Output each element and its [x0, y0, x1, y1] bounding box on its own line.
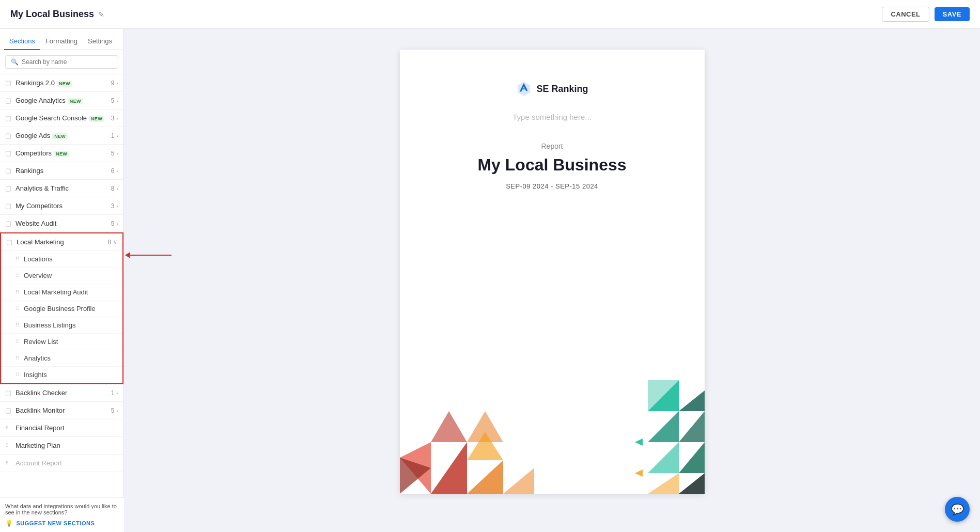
drag-handle-icon[interactable]: ⠿: [15, 372, 20, 378]
chevron-right-icon: ›: [116, 150, 118, 157]
drag-handle-icon[interactable]: ⠿: [15, 256, 20, 262]
drag-handle-icon[interactable]: ⠿: [15, 306, 20, 311]
local-marketing-group: ▢ Local Marketing 8 ∨ ⠿ Locations ⠿ Over…: [0, 232, 123, 384]
content-area: SE Ranking Type something here... Report…: [124, 29, 980, 532]
folder-icon: ▢: [5, 114, 11, 122]
sub-item-overview[interactable]: ⠿ Overview: [1, 268, 122, 284]
report-top: SE Ranking Type something here... Report…: [400, 50, 705, 211]
item-count: 8: [107, 239, 111, 246]
sub-item-local-marketing-audit[interactable]: ⠿ Local Marketing Audit: [1, 284, 122, 301]
sub-item-label: Business Listings: [24, 321, 75, 329]
sidebar-bottom: What data and integrations would you lik…: [0, 497, 124, 532]
cancel-button[interactable]: CANCEL: [882, 7, 929, 22]
item-count: 5: [111, 220, 115, 227]
drag-handle-icon[interactable]: ⠿: [15, 355, 20, 361]
item-label: Backlink Monitor: [15, 406, 111, 414]
item-label: Backlink Checker: [15, 389, 111, 397]
sub-item-google-business-profile[interactable]: ⠿ Google Business Profile: [1, 301, 122, 317]
drag-handle-icon[interactable]: ⠿: [15, 322, 20, 328]
report-label: Report: [541, 142, 563, 150]
svg-marker-5: [431, 411, 467, 442]
chevron-right-icon: ›: [116, 133, 118, 139]
edit-icon[interactable]: ✎: [98, 10, 104, 19]
svg-marker-16: [648, 473, 679, 494]
sidebar-item-analytics-traffic[interactable]: ▢ Analytics & Traffic 8 ›: [0, 180, 123, 197]
sidebar-item-search-console[interactable]: ▢ Google Search ConsoleNEW 3 ›: [0, 109, 123, 127]
seranking-logo-icon: [516, 81, 532, 97]
lightbulb-icon: 💡: [5, 520, 13, 527]
logo-text: SE Ranking: [536, 84, 588, 95]
main-layout: Sections Formatting Settings 🔍 ▢ Ranking…: [0, 29, 980, 532]
item-count: 9: [111, 80, 115, 87]
sub-item-business-listings[interactable]: ⠿ Business Listings: [1, 317, 122, 334]
sidebar-item-backlink-monitor[interactable]: ▢ Backlink Monitor 5 ›: [0, 402, 123, 419]
drag-handle-icon[interactable]: ⠿: [5, 460, 9, 466]
local-marketing-sub-items: ⠿ Locations ⠿ Overview ⠿ Local Marketing…: [1, 251, 122, 383]
sub-item-analytics[interactable]: ⠿ Analytics: [1, 350, 122, 367]
svg-marker-11: [679, 390, 705, 411]
item-count: 3: [111, 115, 115, 122]
drag-handle-icon[interactable]: ⠿: [15, 339, 20, 345]
svg-marker-13: [679, 411, 705, 442]
new-badge: NEW: [52, 133, 68, 139]
sidebar-item-competitors[interactable]: ▢ CompetitorsNEW 5 ›: [0, 145, 123, 162]
drag-handle-icon[interactable]: ⠿: [5, 443, 9, 448]
header: My Local Business ✎ CANCEL SAVE: [0, 0, 980, 29]
folder-icon: ▢: [5, 79, 11, 87]
annotation-arrow: [125, 252, 172, 258]
sidebar-tabs: Sections Formatting Settings: [0, 29, 123, 50]
report-page: SE Ranking Type something here... Report…: [400, 50, 705, 494]
sidebar-item-financial-report[interactable]: ⠿ Financial Report: [0, 419, 123, 437]
suggest-text: What data and integrations would you lik…: [5, 503, 119, 515]
save-button[interactable]: SAVE: [935, 7, 970, 21]
suggest-new-sections-button[interactable]: 💡 SUGGEST NEW SECTIONS: [5, 520, 95, 527]
item-label: Local Marketing: [17, 238, 107, 246]
chevron-right-icon: ›: [116, 185, 118, 192]
tab-formatting[interactable]: Formatting: [40, 33, 83, 50]
chat-icon: 💬: [951, 503, 964, 515]
sidebar-item-google-analytics[interactable]: ▢ Google AnalyticsNEW 5 ›: [0, 92, 123, 109]
item-label: Marketing Plan: [15, 442, 118, 449]
folder-icon: ▢: [5, 202, 11, 210]
sub-item-review-list[interactable]: ⠿ Review List: [1, 334, 122, 350]
sidebar-item-local-marketing[interactable]: ▢ Local Marketing 8 ∨: [1, 233, 122, 251]
sidebar-item-rankings2[interactable]: ▢ Rankings 2.0NEW 9 ›: [0, 74, 123, 92]
item-label: Website Audit: [15, 220, 111, 227]
item-label: CompetitorsNEW: [15, 149, 111, 157]
drag-handle-icon[interactable]: ⠿: [15, 273, 20, 278]
drag-handle-icon[interactable]: ⠿: [5, 425, 9, 431]
chevron-right-icon: ›: [116, 168, 118, 174]
sidebar-item-rankings[interactable]: ▢ Rankings 6 ›: [0, 162, 123, 180]
sub-item-label: Insights: [24, 371, 47, 379]
sub-item-label: Overview: [24, 272, 52, 279]
new-badge: NEW: [68, 98, 83, 104]
sub-item-label: Google Business Profile: [24, 305, 96, 312]
chat-button[interactable]: 💬: [945, 497, 970, 522]
sub-item-locations[interactable]: ⠿ Locations: [1, 251, 122, 268]
sidebar-item-my-competitors[interactable]: ▢ My Competitors 3 ›: [0, 197, 123, 215]
sidebar-item-website-audit[interactable]: ▢ Website Audit 5 ›: [0, 215, 123, 232]
sidebar-item-marketing-plan[interactable]: ⠿ Marketing Plan: [0, 437, 123, 455]
sidebar-item-account-report[interactable]: ⠿ Account Report: [0, 455, 123, 472]
search-input[interactable]: [22, 58, 113, 66]
report-title: My Local Business: [477, 155, 626, 175]
report-placeholder[interactable]: Type something here...: [512, 113, 592, 121]
sub-item-insights[interactable]: ⠿ Insights: [1, 367, 122, 383]
item-label: Google AdsNEW: [15, 132, 111, 139]
svg-marker-9: [503, 468, 534, 494]
sidebar: Sections Formatting Settings 🔍 ▢ Ranking…: [0, 29, 124, 532]
tab-sections[interactable]: Sections: [4, 33, 40, 50]
sidebar-list: ▢ Rankings 2.0NEW 9 › ▢ Google Analytics…: [0, 74, 123, 532]
new-badge: NEW: [89, 116, 104, 122]
item-label: Financial Report: [15, 424, 118, 432]
folder-icon: ▢: [5, 149, 11, 157]
chevron-right-icon: ›: [116, 98, 118, 104]
sidebar-item-backlink-checker[interactable]: ▢ Backlink Checker 1 ›: [0, 384, 123, 402]
header-right: CANCEL SAVE: [882, 7, 970, 22]
tab-settings[interactable]: Settings: [83, 33, 117, 50]
drag-handle-icon[interactable]: ⠿: [15, 289, 20, 295]
sidebar-item-google-ads[interactable]: ▢ Google AdsNEW 1 ›: [0, 127, 123, 145]
item-label: Rankings: [15, 167, 111, 175]
header-left: My Local Business ✎: [10, 9, 104, 20]
item-count: 3: [111, 202, 115, 210]
